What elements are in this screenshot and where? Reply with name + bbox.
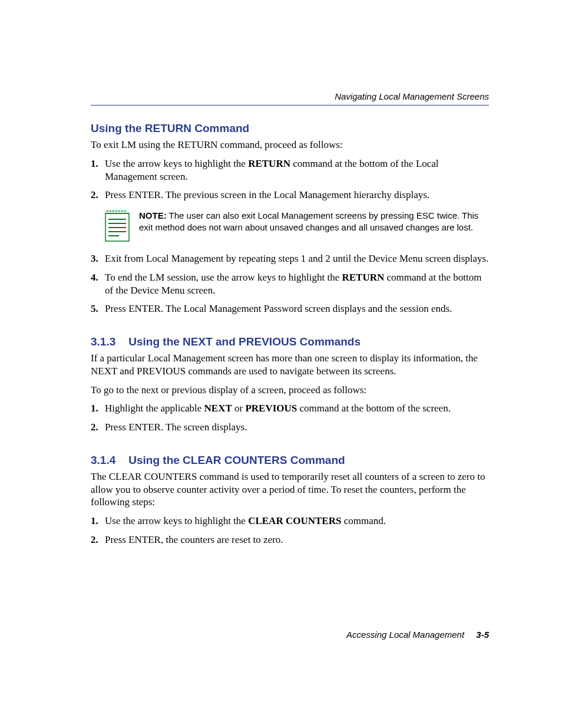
steps-list-return-1: 1. Use the arrow keys to highlight the R… [91, 157, 489, 202]
bold-clear-counters: CLEAR COUNTERS [248, 515, 341, 526]
note-label: NOTE: [139, 210, 167, 220]
body-paragraph: The CLEAR COUNTERS command is used to te… [91, 470, 489, 509]
bold-return: RETURN [248, 158, 290, 169]
step-2: 2. Press ENTER. The previous screen in t… [91, 189, 489, 202]
note-box: NOTE: The user can also exit Local Manag… [105, 210, 489, 242]
step-1: 1. Use the arrow keys to highlight the C… [91, 515, 489, 528]
step-4: 4. To end the LM session, use the arrow … [91, 271, 489, 297]
step-2: 2. Press ENTER, the counters are reset t… [91, 533, 489, 546]
section-title-text: Using the NEXT and PREVIOUS Commands [128, 335, 361, 348]
body-paragraph: To go to the next or previous display of… [91, 384, 489, 397]
page-number: 3-5 [476, 630, 489, 640]
footer-title: Accessing Local Management [346, 630, 464, 640]
section-number: 3.1.4 [91, 454, 115, 467]
step-text: command. [341, 515, 386, 526]
step-text: Use the arrow keys to highlight the [105, 515, 248, 526]
step-text: Press ENTER. The Local Management Passwo… [105, 302, 489, 315]
step-text: To end the LM session, use the arrow key… [105, 272, 342, 283]
note-icon [105, 210, 130, 242]
step-2: 2. Press ENTER. The screen displays. [91, 421, 489, 434]
step-1: 1. Use the arrow keys to highlight the R… [91, 157, 489, 183]
steps-list-clear: 1. Use the arrow keys to highlight the C… [91, 515, 489, 546]
section-number: 3.1.3 [91, 335, 115, 348]
step-text: Press ENTER. The previous screen in the … [105, 189, 489, 202]
section-title-text: Using the CLEAR COUNTERS Command [128, 454, 345, 466]
step-text: Exit from Local Management by repeating … [105, 252, 489, 265]
step-text: command at the bottom of the screen. [297, 403, 451, 414]
step-text: Use the arrow keys to highlight the [105, 158, 248, 169]
step-3: 3. Exit from Local Management by repeati… [91, 252, 489, 265]
running-header: Navigating Local Management Screens [91, 91, 489, 101]
step-1: 1. Highlight the applicable NEXT or PREV… [91, 402, 489, 415]
step-text: Highlight the applicable [105, 403, 204, 414]
body-paragraph: If a particular Local Management screen … [91, 352, 489, 378]
steps-list-next-prev: 1. Highlight the applicable NEXT or PREV… [91, 402, 489, 434]
header-rule [91, 105, 489, 106]
step-text: Press ENTER, the counters are reset to z… [105, 533, 489, 546]
heading-using-return: Using the RETURN Command [91, 122, 489, 135]
bold-next: NEXT [204, 403, 232, 414]
note-text: NOTE: The user can also exit Local Manag… [139, 210, 489, 233]
heading-clear-counters: 3.1.4Using the CLEAR COUNTERS Command [91, 454, 489, 467]
heading-next-previous: 3.1.3Using the NEXT and PREVIOUS Command… [91, 335, 489, 348]
intro-paragraph: To exit LM using the RETURN command, pro… [91, 139, 489, 151]
step-text: or [232, 403, 246, 414]
page-footer: Accessing Local Management 3-5 [346, 630, 489, 640]
step-5: 5. Press ENTER. The Local Management Pas… [91, 302, 489, 315]
step-text: Press ENTER. The screen displays. [105, 421, 489, 434]
bold-previous: PREVIOUS [245, 403, 297, 414]
steps-list-return-2: 3. Exit from Local Management by repeati… [91, 252, 489, 315]
bold-return: RETURN [342, 272, 385, 283]
note-body: The user can also exit Local Management … [139, 210, 478, 232]
